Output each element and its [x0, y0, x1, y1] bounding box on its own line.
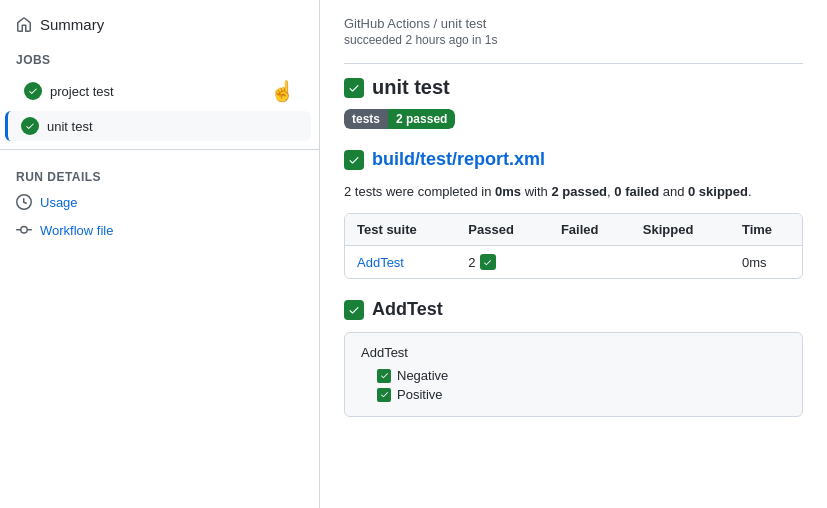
success-icon: [24, 82, 42, 100]
test-results-table: Test suite Passed Failed Skipped Time Ad…: [344, 213, 803, 279]
badge-value: 2 passed: [388, 109, 455, 129]
col-header-passed: Passed: [456, 214, 549, 246]
col-header-suite: Test suite: [345, 214, 456, 246]
cell-skipped: [631, 246, 730, 279]
success-icon-2: [21, 117, 39, 135]
jobs-section-label: Jobs: [0, 41, 319, 71]
tree-root-label: AddTest: [361, 345, 786, 360]
run-details-section-label: Run details: [0, 158, 319, 188]
sidebar-divider: [0, 149, 319, 150]
suite-link[interactable]: AddTest: [357, 255, 404, 270]
workflow-icon: [16, 222, 32, 238]
cell-suite: AddTest: [345, 246, 456, 279]
sidebar-summary-item[interactable]: Summary: [0, 8, 319, 41]
status-line: succeeded 2 hours ago in 1s: [344, 33, 803, 47]
badge-label: tests: [344, 109, 388, 129]
table-row: AddTest 2 0ms: [345, 246, 802, 279]
report-success-icon: [344, 150, 364, 170]
passed-check-icon: [480, 254, 496, 270]
test-badge: tests 2 passed: [344, 109, 455, 129]
cell-failed: [549, 246, 631, 279]
col-header-failed: Failed: [549, 214, 631, 246]
sidebar-item-project-test[interactable]: project test ☝️: [8, 73, 311, 109]
tree-item-negative: Negative: [361, 366, 786, 385]
tree-check-positive: [377, 388, 391, 402]
tree-item-positive: Positive: [361, 385, 786, 404]
main-content: GitHub Actions / unit test succeeded 2 h…: [320, 0, 827, 508]
clock-icon: [16, 194, 32, 210]
job-title-text: unit test: [372, 76, 450, 99]
report-title-text: build/test/report.xml: [372, 149, 545, 170]
passed-count: 2: [468, 255, 475, 270]
tree-item-label-positive: Positive: [397, 387, 443, 402]
breadcrumb: GitHub Actions / unit test: [344, 16, 803, 31]
top-divider: [344, 63, 803, 64]
job-label-project-test: project test: [50, 84, 114, 99]
cell-time: 0ms: [730, 246, 802, 279]
sidebar-item-unit-test[interactable]: unit test: [5, 111, 311, 141]
test-tree-panel: AddTest Negative Positive: [344, 332, 803, 417]
sidebar-workflow-link[interactable]: Workflow file: [0, 216, 319, 244]
report-title-link[interactable]: build/test/report.xml: [344, 149, 803, 170]
job-success-icon: [344, 78, 364, 98]
addtest-section-title: AddTest: [344, 299, 803, 320]
col-header-skipped: Skipped: [631, 214, 730, 246]
job-label-unit-test: unit test: [47, 119, 93, 134]
workflow-label: Workflow file: [40, 223, 113, 238]
summary-label: Summary: [40, 16, 104, 33]
addtest-success-icon: [344, 300, 364, 320]
cell-passed: 2: [456, 246, 549, 279]
usage-label: Usage: [40, 195, 78, 210]
sidebar-usage-link[interactable]: Usage: [0, 188, 319, 216]
cursor-pointer-icon: ☝️: [270, 79, 295, 103]
col-header-time: Time: [730, 214, 802, 246]
job-title-section: unit test: [344, 76, 803, 99]
addtest-title-text: AddTest: [372, 299, 443, 320]
tree-item-label-negative: Negative: [397, 368, 448, 383]
home-icon: [16, 17, 32, 33]
tree-check-negative: [377, 369, 391, 383]
sidebar: Summary Jobs project test ☝️ unit test R…: [0, 0, 320, 508]
report-summary: 2 tests were completed in 0ms with 2 pas…: [344, 184, 803, 199]
